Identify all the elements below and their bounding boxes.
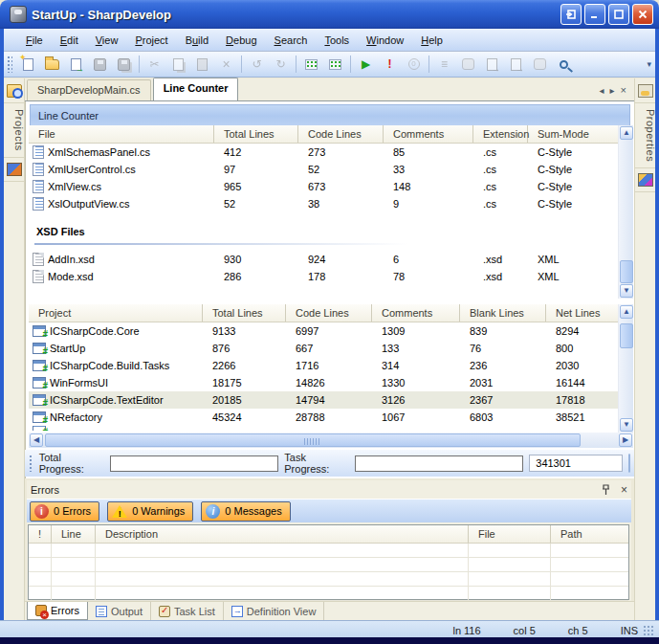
- column-header[interactable]: Path: [551, 525, 628, 543]
- properties-pad-label[interactable]: Properties: [635, 103, 656, 167]
- document-tab[interactable]: Line Counter: [153, 78, 239, 100]
- scroll-tabs-right-icon[interactable]: ▸: [610, 85, 615, 96]
- scroll-right-icon[interactable]: ▶: [619, 433, 632, 447]
- menu-item[interactable]: Project: [126, 32, 176, 49]
- projects-pad-button[interactable]: [4, 78, 25, 103]
- save-button[interactable]: [88, 54, 112, 75]
- scroll-down-icon[interactable]: ▼: [620, 284, 633, 298]
- scrollbar-thumb[interactable]: [620, 260, 633, 283]
- maximize-button[interactable]: [608, 4, 629, 25]
- redo-button[interactable]: ↻: [269, 54, 293, 75]
- open-with-button[interactable]: [64, 54, 88, 75]
- column-header[interactable]: Comments: [384, 125, 473, 143]
- scroll-up-icon[interactable]: ▲: [620, 305, 633, 319]
- filter-button[interactable]: i 0 Messages: [201, 501, 290, 522]
- table-row[interactable]: NRefactory 4532428788 10676803 38521: [29, 409, 618, 426]
- column-header[interactable]: Net Lines: [546, 304, 618, 322]
- table-row[interactable]: ICSharpCode.Build.Tasks 22661716 314236 …: [29, 357, 618, 374]
- undo-button[interactable]: ↺: [245, 54, 269, 75]
- new-file-button[interactable]: [16, 54, 40, 75]
- title-bar[interactable]: StartUp - SharpDevelop: [0, 0, 659, 29]
- paste-button[interactable]: [190, 54, 214, 75]
- filter-button[interactable]: i 0 Warnings: [107, 501, 193, 522]
- scrollbar-thumb[interactable]: [620, 323, 633, 348]
- files-table-scrollbar[interactable]: ▲ ▼: [618, 125, 633, 299]
- sort-lines-button[interactable]: ≡: [432, 54, 456, 75]
- panel-tab[interactable]: Output: [88, 602, 151, 620]
- table-row[interactable]: XmlUserControl.cs 9752 33.cs C-Style: [29, 161, 618, 178]
- menu-item[interactable]: File: [17, 32, 52, 49]
- menu-item[interactable]: Edit: [52, 32, 87, 49]
- scroll-down-icon[interactable]: ▼: [620, 418, 633, 432]
- table-row[interactable]: WinFormsUI 1817514826 13302031 16144: [29, 374, 618, 391]
- scroll-up-icon[interactable]: ▲: [620, 126, 633, 140]
- scroll-left-icon[interactable]: ◀: [30, 433, 43, 447]
- panel-tab[interactable]: Definition View: [224, 602, 325, 620]
- next-bookmark-button[interactable]: [323, 54, 347, 75]
- cut-button[interactable]: ✂: [143, 54, 166, 75]
- prev-bookmark-button[interactable]: [299, 54, 323, 75]
- table-row[interactable]: StartUp 876667 13376 800: [29, 340, 618, 357]
- properties-pad-button[interactable]: [635, 78, 656, 103]
- table-row[interactable]: XmlSchemasPanel.cs 412273 85.cs C-Style: [29, 144, 618, 161]
- close-button[interactable]: [632, 4, 653, 25]
- table-row[interactable]: XslOutputView.cs 5238 9.cs C-Style: [29, 195, 618, 212]
- resize-grip[interactable]: [643, 625, 654, 636]
- search-button[interactable]: [552, 54, 576, 75]
- column-header[interactable]: Total Lines: [203, 304, 286, 322]
- menu-item[interactable]: Build: [177, 32, 217, 49]
- close-document-icon[interactable]: ×: [621, 84, 626, 96]
- box-button[interactable]: [456, 54, 480, 75]
- copy-button[interactable]: [166, 54, 190, 75]
- horizontal-scrollbar[interactable]: ◀ ▶: [29, 433, 633, 448]
- column-header[interactable]: Comments: [372, 304, 460, 322]
- filter-button[interactable]: i 0 Errors: [30, 501, 99, 522]
- run-button[interactable]: ▶: [354, 54, 378, 75]
- open-button[interactable]: [40, 54, 64, 75]
- table-row[interactable]: [29, 426, 618, 431]
- table-row[interactable]: ICSharpCode.Core 91336997 1309839 8294: [29, 322, 618, 340]
- column-header[interactable]: Extension: [473, 125, 528, 143]
- abort-button[interactable]: !: [378, 54, 402, 75]
- column-header[interactable]: Code Lines: [286, 304, 372, 322]
- panel-tab[interactable]: Task List: [151, 602, 224, 620]
- table-row[interactable]: AddIn.xsd 930924 6.xsd XML: [29, 251, 618, 268]
- rebuild-button[interactable]: [504, 54, 528, 75]
- minimize-button[interactable]: [584, 4, 605, 25]
- toolbox-pad-button[interactable]: [635, 167, 656, 192]
- pause-button[interactable]: 0: [402, 54, 426, 75]
- dock-window-button[interactable]: [560, 4, 582, 25]
- menu-item[interactable]: Window: [358, 32, 412, 49]
- document-tab[interactable]: SharpDevelopMain.cs: [27, 79, 151, 100]
- table-row[interactable]: Mode.xsd 286178 78.xsd XML: [29, 268, 618, 285]
- column-header[interactable]: !: [29, 525, 52, 543]
- column-header[interactable]: Code Lines: [298, 125, 384, 143]
- menu-item[interactable]: Tools: [316, 32, 358, 49]
- build-button[interactable]: [480, 54, 504, 75]
- toolbar-grip[interactable]: [7, 56, 12, 73]
- panel-tab[interactable]: Errors: [27, 602, 88, 620]
- scrollbar-thumb[interactable]: [45, 433, 581, 447]
- delete-button[interactable]: ×: [214, 54, 238, 75]
- column-header[interactable]: Line: [52, 525, 96, 543]
- menu-item[interactable]: Search: [266, 32, 317, 49]
- menu-item[interactable]: Help: [412, 32, 451, 49]
- column-header[interactable]: Total Lines: [214, 125, 298, 143]
- toolbar-grip[interactable]: [29, 455, 33, 472]
- column-header[interactable]: Description: [96, 525, 469, 543]
- pin-icon[interactable]: [601, 484, 611, 496]
- column-header[interactable]: File: [29, 125, 214, 143]
- table-row[interactable]: XmlView.cs 965673 148.cs C-Style: [29, 178, 618, 195]
- save-all-button[interactable]: [112, 54, 136, 75]
- toolbar-overflow-button[interactable]: ▾: [647, 59, 651, 69]
- column-header[interactable]: File: [469, 525, 551, 543]
- projects-table-scrollbar[interactable]: ▲ ▼: [618, 304, 633, 433]
- close-panel-icon[interactable]: ×: [621, 483, 627, 497]
- column-header[interactable]: Blank Lines: [460, 304, 546, 322]
- scroll-tabs-left-icon[interactable]: ◂: [600, 85, 604, 96]
- menu-item[interactable]: View: [87, 32, 127, 49]
- column-header[interactable]: Project: [29, 304, 203, 322]
- column-header[interactable]: Sum-Mode: [528, 125, 618, 143]
- table-row[interactable]: ICSharpCode.TextEditor 2018514794 312623…: [29, 391, 618, 409]
- preview-button[interactable]: [528, 54, 552, 75]
